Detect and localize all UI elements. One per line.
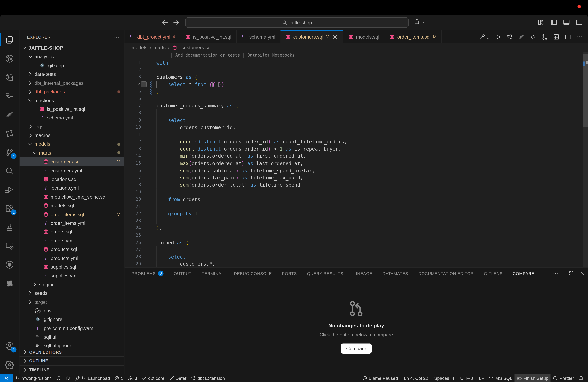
launchpad-status[interactable]: Launchpad bbox=[73, 374, 112, 382]
editor-tab[interactable]: customers.sql M bbox=[281, 30, 343, 43]
sidebar-section-header[interactable]: OUTLINE bbox=[20, 356, 124, 365]
notifications[interactable] bbox=[576, 374, 586, 382]
tree-item[interactable]: metricflow_time_spine.sql bbox=[20, 192, 124, 201]
tree-item[interactable]: ! supplies.yml bbox=[20, 271, 124, 280]
tree-item[interactable]: JAFFLE-SHOP bbox=[20, 43, 124, 52]
run-action[interactable] bbox=[495, 34, 501, 40]
git-compare-action[interactable] bbox=[542, 34, 548, 40]
remote-indicator[interactable] bbox=[0, 374, 13, 382]
breadcrumb-part[interactable]: models › bbox=[132, 45, 151, 50]
tree-item[interactable]: macros bbox=[20, 131, 124, 140]
command-center-search[interactable]: jaffle-shop bbox=[185, 17, 409, 28]
editor-tab[interactable]: order_items.sql M bbox=[385, 30, 442, 43]
toggle-secondary-sidebar-icon[interactable] bbox=[576, 19, 583, 26]
panel-tab[interactable]: PORTS bbox=[282, 267, 297, 279]
panel-tab[interactable]: COMPARE bbox=[513, 267, 534, 279]
cursor-position[interactable]: Ln 4, Col 22 bbox=[400, 374, 430, 382]
tree-item[interactable]: functions bbox=[20, 96, 124, 105]
tree-item[interactable]: .gitkeep bbox=[20, 61, 124, 70]
panel-tab[interactable]: DEBUG CONSOLE bbox=[234, 267, 272, 279]
indentation[interactable]: Spaces: 4 bbox=[430, 374, 456, 382]
panel-tab[interactable]: OUTPUT bbox=[174, 267, 192, 279]
prettier-status[interactable]: Prettier bbox=[551, 374, 576, 382]
activity-remote-explorer[interactable] bbox=[0, 236, 19, 255]
language-mode[interactable]: MS SQL bbox=[486, 374, 514, 382]
activity-settings[interactable] bbox=[0, 355, 19, 374]
tree-item[interactable]: ! schema.yml bbox=[20, 114, 124, 122]
tree-item[interactable]: analyses bbox=[20, 52, 124, 61]
toggle-primary-sidebar-icon[interactable] bbox=[550, 19, 557, 26]
tree-item[interactable]: marts bbox=[20, 149, 124, 157]
breadcrumb-part[interactable]: marts › bbox=[153, 45, 169, 50]
tree-item[interactable]: models.sql bbox=[20, 201, 124, 210]
activity-extensions[interactable]: 1 bbox=[0, 199, 19, 218]
tree-item[interactable]: .sqlfluffignore bbox=[20, 342, 124, 348]
editor-scrollbar[interactable] bbox=[583, 52, 588, 267]
sidebar-section-header[interactable]: OPEN EDITORS bbox=[20, 348, 124, 356]
tree-item[interactable]: .sqlfluff bbox=[20, 333, 124, 342]
activity-source-control[interactable]: 4 bbox=[0, 143, 19, 161]
panel-tab[interactable]: PROBLEMS 8 bbox=[132, 267, 164, 279]
tree-item[interactable]: order_items.sql M bbox=[20, 210, 124, 219]
forward-button[interactable] bbox=[173, 19, 180, 26]
eol[interactable]: LF bbox=[475, 374, 486, 382]
build-action[interactable] bbox=[479, 34, 490, 40]
errors-status[interactable]: 5 bbox=[112, 374, 126, 382]
tree-item[interactable]: ! products.yml bbox=[20, 254, 124, 263]
tree-item[interactable]: logs bbox=[20, 122, 124, 131]
share-button[interactable] bbox=[414, 18, 425, 25]
tree-item[interactable]: seeds bbox=[20, 289, 124, 298]
activity-lineage[interactable] bbox=[0, 87, 19, 105]
tree-item[interactable]: supplies.sql bbox=[20, 263, 124, 271]
editor-tab[interactable]: is_positive_int.sql bbox=[180, 30, 237, 43]
query-results-action[interactable] bbox=[553, 34, 560, 40]
panel-tab[interactable]: LINEAGE bbox=[353, 267, 372, 279]
maximize-panel-icon[interactable] bbox=[568, 270, 574, 276]
activity-dbt-power-user[interactable] bbox=[0, 124, 19, 143]
dbt-power-user-action[interactable] bbox=[507, 34, 513, 40]
customize-layout-icon[interactable] bbox=[537, 19, 545, 26]
activity-search[interactable] bbox=[0, 161, 19, 180]
activity-testing[interactable] bbox=[0, 218, 19, 236]
activity-git-history[interactable] bbox=[0, 68, 19, 87]
finish-setup[interactable]: Finish Setup bbox=[515, 374, 551, 382]
panel-tab[interactable]: QUERY RESULTS bbox=[307, 267, 343, 279]
tree-item[interactable]: target bbox=[20, 298, 124, 306]
tree-item[interactable]: dbt_packages bbox=[20, 87, 124, 96]
dbt-extension-status[interactable]: dbt Extension bbox=[189, 374, 227, 382]
more-actions[interactable] bbox=[576, 34, 583, 40]
activity-explorer[interactable] bbox=[0, 30, 19, 49]
defer-status[interactable]: Defer bbox=[167, 374, 189, 382]
compare-button[interactable]: Compare bbox=[341, 343, 372, 353]
compiled-code-action[interactable] bbox=[530, 34, 536, 40]
code-editor[interactable]: ··· | Add documentation or tests | Datap… bbox=[125, 52, 588, 267]
codelens-actions[interactable]: ··· | Add documentation or tests | Datap… bbox=[161, 53, 295, 57]
breadcrumb-file[interactable]: customers.sql bbox=[172, 44, 211, 50]
tree-item[interactable]: models bbox=[20, 140, 124, 149]
toggle-panel-icon[interactable] bbox=[563, 19, 570, 26]
compare-status[interactable] bbox=[63, 374, 73, 382]
split-editor-action[interactable] bbox=[565, 34, 571, 40]
panel-tab[interactable]: GITLENS bbox=[484, 267, 503, 279]
tree-item[interactable]: dbt_internal_packages bbox=[20, 78, 124, 87]
editor-tab[interactable]: ! dbt_project.yml 4 bbox=[125, 30, 180, 43]
dbt-core-status[interactable]: dbt core bbox=[139, 374, 167, 382]
sidebar-section-header[interactable]: TIMELINE bbox=[20, 365, 124, 374]
tree-item[interactable]: customers.sql M bbox=[20, 157, 124, 166]
back-button[interactable] bbox=[161, 19, 169, 26]
encoding[interactable]: UTF-8 bbox=[456, 374, 475, 382]
close-panel-icon[interactable] bbox=[579, 270, 585, 276]
activity-dbt[interactable] bbox=[0, 105, 19, 124]
tree-item[interactable]: .env bbox=[20, 306, 124, 315]
tree-item[interactable]: orders.sql bbox=[20, 228, 124, 236]
tree-item[interactable]: ! customers.yml bbox=[20, 166, 124, 175]
editor-tab[interactable]: models.sql bbox=[343, 30, 385, 43]
editor-tab[interactable]: ! schema.yml bbox=[237, 30, 281, 43]
tree-item[interactable]: locations.sql bbox=[20, 175, 124, 184]
activity-run-debug[interactable] bbox=[0, 180, 19, 199]
panel-tab[interactable]: DATAMATES bbox=[383, 267, 408, 279]
sidebar-more-actions[interactable] bbox=[114, 34, 120, 40]
panel-tab[interactable]: TERMINAL bbox=[202, 267, 224, 279]
activity-dbt-x[interactable] bbox=[0, 274, 19, 293]
tree-item[interactable]: ! .pre-commit-config.yaml bbox=[20, 324, 124, 333]
